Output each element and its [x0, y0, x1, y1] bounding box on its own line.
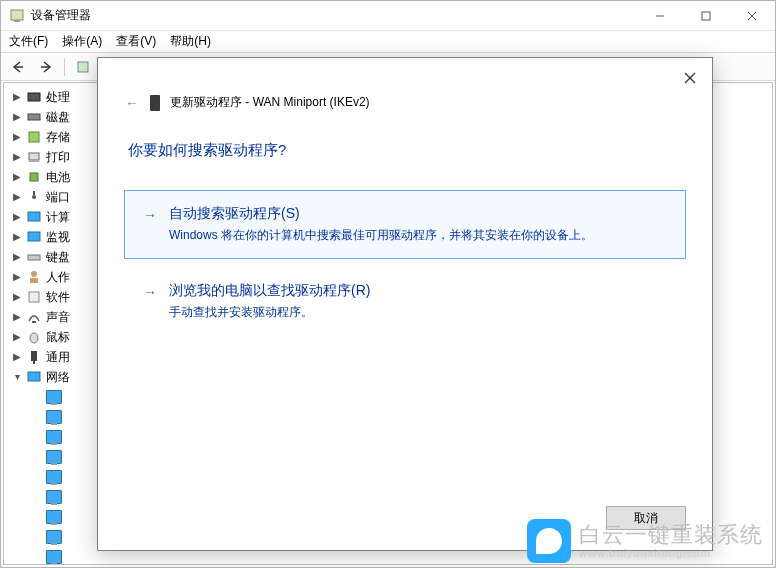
network-adapter-icon — [46, 529, 62, 545]
network-adapter-icon — [46, 449, 62, 465]
category-icon — [26, 269, 42, 285]
svg-rect-21 — [29, 132, 39, 142]
tree-item-label: 软件 — [46, 287, 70, 307]
svg-rect-29 — [28, 255, 40, 260]
category-icon — [26, 249, 42, 265]
maximize-button[interactable] — [683, 1, 729, 30]
category-icon — [26, 149, 42, 165]
svg-rect-26 — [33, 191, 35, 195]
category-icon — [26, 309, 42, 325]
menu-help[interactable]: 帮助(H) — [170, 33, 211, 50]
titlebar: 设备管理器 — [1, 1, 775, 31]
tree-item-label: 磁盘 — [46, 107, 70, 127]
expand-icon[interactable]: ▶ — [10, 307, 24, 327]
network-icon — [26, 369, 42, 385]
svg-rect-37 — [28, 372, 40, 381]
network-adapter-icon — [46, 489, 62, 505]
expand-icon[interactable]: ▶ — [10, 87, 24, 107]
category-icon — [26, 329, 42, 345]
svg-point-30 — [31, 271, 37, 277]
svg-rect-28 — [28, 232, 40, 241]
arrow-icon: → — [143, 207, 157, 223]
tree-item-label: 存储 — [46, 127, 70, 147]
expand-icon[interactable]: ▶ — [10, 227, 24, 247]
minimize-button[interactable] — [637, 1, 683, 30]
expand-icon[interactable]: ▶ — [10, 267, 24, 287]
tree-item-label: 端口 — [46, 187, 70, 207]
arrow-icon: → — [143, 284, 157, 300]
category-icon — [26, 229, 42, 245]
option-auto-search[interactable]: → 自动搜索驱动程序(S) Windows 将在你的计算机中搜索最佳可用驱动程序… — [124, 190, 686, 259]
collapse-icon[interactable]: ▾ — [10, 367, 24, 387]
network-adapter-icon — [46, 389, 62, 405]
device-manager-window: 设备管理器 文件(F) 操作(A) 查看(V) 帮助(H) ▶处理▶磁盘▶存储▶… — [0, 0, 776, 568]
category-icon — [26, 169, 42, 185]
network-adapter-icon — [46, 509, 62, 525]
expand-icon[interactable]: ▶ — [10, 147, 24, 167]
forward-button[interactable] — [33, 55, 59, 79]
menubar: 文件(F) 操作(A) 查看(V) 帮助(H) — [1, 31, 775, 53]
tree-item-label: 声音 — [46, 307, 70, 327]
category-icon — [26, 189, 42, 205]
svg-rect-20 — [28, 114, 40, 120]
menu-view[interactable]: 查看(V) — [116, 33, 156, 50]
expand-icon[interactable]: ▶ — [10, 287, 24, 307]
option-browse[interactable]: → 浏览我的电脑以查找驱动程序(R) 手动查找并安装驱动程序。 — [124, 267, 686, 336]
cancel-button[interactable]: 取消 — [606, 506, 686, 530]
tree-item-label: 打印 — [46, 147, 70, 167]
back-button[interactable] — [5, 55, 31, 79]
dialog-heading: 你要如何搜索驱动程序? — [98, 111, 712, 160]
close-button[interactable] — [729, 1, 775, 30]
menu-file[interactable]: 文件(F) — [9, 33, 48, 50]
svg-rect-23 — [29, 160, 39, 162]
expand-icon[interactable]: ▶ — [10, 187, 24, 207]
expand-icon[interactable]: ▶ — [10, 107, 24, 127]
expand-icon[interactable]: ▶ — [10, 127, 24, 147]
tree-item-label: 键盘 — [46, 247, 70, 267]
network-adapter-icon — [46, 429, 62, 445]
svg-point-34 — [30, 333, 38, 343]
svg-rect-33 — [32, 321, 36, 323]
tree-item-label: 电池 — [46, 167, 70, 187]
svg-rect-32 — [29, 292, 39, 302]
svg-rect-27 — [28, 212, 40, 221]
category-icon — [26, 209, 42, 225]
svg-rect-19 — [28, 93, 40, 101]
network-adapter-icon — [46, 409, 62, 425]
svg-rect-35 — [31, 351, 37, 361]
category-icon — [26, 289, 42, 305]
tree-item-label: 鼠标 — [46, 327, 70, 347]
tree-item-label: 计算 — [46, 207, 70, 227]
svg-rect-3 — [702, 12, 710, 20]
expand-icon[interactable]: ▶ — [10, 167, 24, 187]
window-title: 设备管理器 — [31, 7, 637, 24]
svg-rect-24 — [30, 173, 38, 181]
tree-item-label: 处理 — [46, 87, 70, 107]
category-icon — [26, 129, 42, 145]
tree-item-label: 通用 — [46, 347, 70, 367]
category-icon — [26, 109, 42, 125]
tree-item-label: 人作 — [46, 267, 70, 287]
app-icon — [9, 8, 25, 24]
dialog-back-arrow[interactable]: ← — [124, 95, 140, 111]
svg-rect-1 — [14, 20, 20, 22]
category-icon — [26, 89, 42, 105]
device-icon — [150, 95, 160, 111]
expand-icon[interactable]: ▶ — [10, 327, 24, 347]
network-adapter-icon — [46, 469, 62, 485]
svg-rect-8 — [78, 62, 88, 72]
tree-item-label: 监视 — [46, 227, 70, 247]
expand-icon[interactable]: ▶ — [10, 347, 24, 367]
expand-icon[interactable]: ▶ — [10, 207, 24, 227]
option-title: 浏览我的电脑以查找驱动程序(R) — [169, 282, 669, 300]
tree-item-label: 网络 — [46, 367, 70, 387]
svg-rect-31 — [30, 278, 38, 283]
network-adapter-icon — [46, 549, 62, 565]
svg-point-25 — [32, 195, 36, 199]
dialog-close-button[interactable] — [674, 64, 706, 92]
expand-icon[interactable]: ▶ — [10, 247, 24, 267]
svg-rect-22 — [29, 153, 39, 160]
toolbar-icon-1[interactable] — [70, 55, 96, 79]
option-subtitle: 手动查找并安装驱动程序。 — [169, 304, 669, 321]
menu-action[interactable]: 操作(A) — [62, 33, 102, 50]
